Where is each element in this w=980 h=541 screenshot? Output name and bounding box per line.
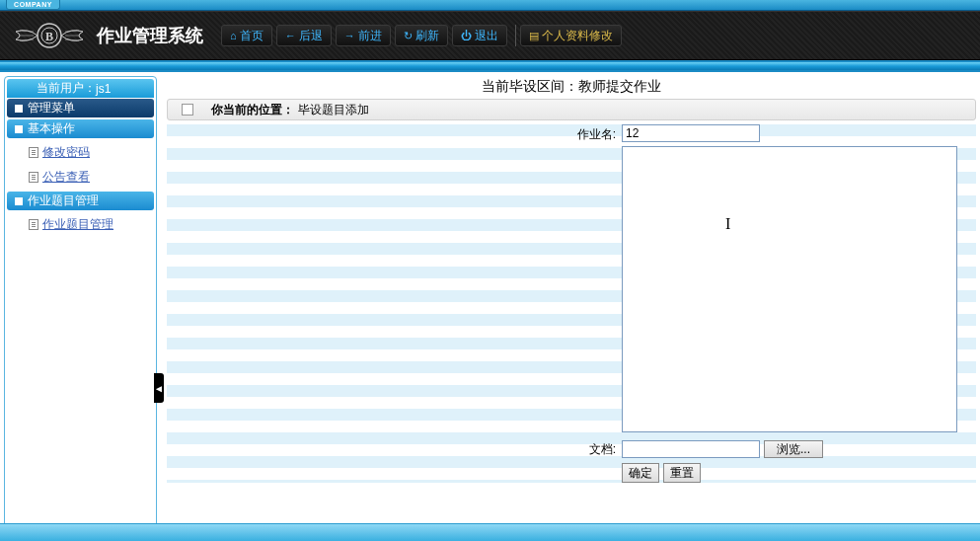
reset-button[interactable]: 重置 (663, 463, 701, 483)
profile-icon: ▤ (529, 30, 539, 42)
homework-mgmt-link[interactable]: 作业题目管理 (42, 217, 113, 231)
square-icon (15, 105, 23, 113)
submit-button[interactable]: 确定 (622, 463, 659, 483)
doc-icon (29, 147, 38, 158)
nav-profile-button[interactable]: ▤个人资料修改 (520, 25, 622, 46)
power-icon: ⏻ (461, 30, 472, 41)
sidebar-collapse-handle[interactable]: ◄ (154, 373, 164, 403)
name-label: 作业名: (168, 124, 622, 144)
doc-label: 文档: (168, 439, 622, 459)
nav-exit-button[interactable]: ⏻退出 (452, 25, 507, 46)
sidebar-item-change-password: 修改密码 (7, 140, 154, 165)
arrow-left-icon: ← (285, 30, 296, 41)
location-label: 你当前的位置： (211, 102, 294, 118)
page-icon (182, 104, 193, 116)
location-bar: 你当前的位置： 毕设题目添加 (167, 99, 976, 120)
arrow-right-icon: → (344, 30, 355, 41)
notice-link[interactable]: 公告查看 (42, 170, 90, 184)
header: B 作业管理系统 ⌂首页 ←后退 →前进 ↻刷新 ⏻退出 ▤个人资料修改 (0, 11, 980, 60)
doc-icon (29, 172, 38, 183)
bottom-bar (0, 523, 980, 541)
form-area: 作业名: 文档: 浏览... 确定 重置 (167, 124, 976, 483)
svg-text:B: B (45, 30, 53, 43)
square-icon (15, 125, 23, 133)
current-user-bar: 当前用户：js1 (7, 79, 154, 98)
nav-forward-button[interactable]: →前进 (336, 25, 391, 46)
browse-button[interactable]: 浏览... (764, 440, 823, 458)
nav-back-button[interactable]: ←后退 (276, 25, 332, 46)
change-password-link[interactable]: 修改密码 (42, 145, 90, 159)
nav-refresh-button[interactable]: ↻刷新 (395, 25, 448, 46)
location-value: 毕设题目添加 (298, 102, 369, 118)
company-tab: COMPANY (6, 0, 60, 10)
refresh-icon: ↻ (404, 30, 413, 42)
sidebar: 当前用户：js1 管理菜单 基本操作 修改密码 公告查看 作业题目管理 作业题目… (4, 76, 157, 535)
status-header: 当前毕设区间：教师提交作业 (167, 76, 976, 95)
sidebar-item-homework-mgmt: 作业题目管理 (7, 212, 154, 237)
header-strip (0, 60, 980, 72)
home-icon: ⌂ (230, 30, 237, 41)
file-input[interactable] (622, 440, 760, 458)
section-homework-mgmt[interactable]: 作业题目管理 (7, 192, 154, 210)
sidebar-item-notice: 公告查看 (7, 165, 154, 190)
app-title: 作业管理系统 (97, 24, 203, 47)
name-input[interactable] (622, 124, 760, 142)
menu-title: 管理菜单 (7, 99, 154, 117)
section-basic-ops[interactable]: 基本操作 (7, 119, 154, 138)
description-textarea[interactable] (622, 146, 957, 432)
logo-bentley-icon: B (10, 16, 89, 55)
doc-icon (29, 219, 38, 230)
main-content: 当前毕设区间：教师提交作业 你当前的位置： 毕设题目添加 作业名: 文档: 浏览… (167, 76, 976, 537)
nav-home-button[interactable]: ⌂首页 (221, 25, 272, 46)
square-icon (15, 197, 23, 205)
nav-separator (515, 25, 516, 46)
